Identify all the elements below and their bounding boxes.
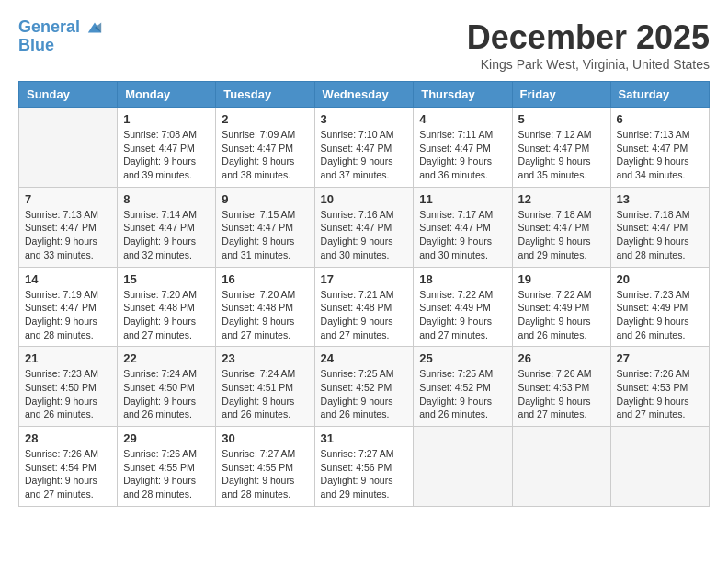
- calendar-cell: 12Sunrise: 7:18 AM Sunset: 4:47 PM Dayli…: [512, 187, 610, 267]
- day-info: Sunrise: 7:20 AM Sunset: 4:48 PM Dayligh…: [123, 288, 210, 342]
- day-number: 1: [123, 112, 210, 126]
- calendar-week-4: 21Sunrise: 7:23 AM Sunset: 4:50 PM Dayli…: [19, 347, 710, 427]
- calendar-cell: [19, 108, 118, 188]
- calendar-week-1: 1Sunrise: 7:08 AM Sunset: 4:47 PM Daylig…: [19, 108, 710, 188]
- day-number: 2: [222, 112, 308, 126]
- calendar-cell: 4Sunrise: 7:11 AM Sunset: 4:47 PM Daylig…: [414, 108, 512, 188]
- day-header-tuesday: Tuesday: [216, 82, 314, 108]
- calendar-week-5: 28Sunrise: 7:26 AM Sunset: 4:54 PM Dayli…: [19, 427, 710, 507]
- day-info: Sunrise: 7:26 AM Sunset: 4:54 PM Dayligh…: [25, 447, 111, 501]
- day-info: Sunrise: 7:26 AM Sunset: 4:55 PM Dayligh…: [123, 447, 210, 501]
- day-number: 11: [419, 192, 506, 206]
- day-info: Sunrise: 7:26 AM Sunset: 4:53 PM Dayligh…: [518, 367, 605, 421]
- day-header-wednesday: Wednesday: [314, 82, 414, 108]
- day-header-sunday: Sunday: [19, 82, 118, 108]
- day-info: Sunrise: 7:12 AM Sunset: 4:47 PM Dayligh…: [518, 128, 605, 182]
- title-area: December 2025 Kings Park West, Virginia,…: [467, 18, 710, 72]
- calendar-cell: 16Sunrise: 7:20 AM Sunset: 4:48 PM Dayli…: [216, 267, 314, 347]
- day-header-friday: Friday: [512, 82, 610, 108]
- day-info: Sunrise: 7:18 AM Sunset: 4:47 PM Dayligh…: [518, 208, 605, 262]
- day-info: Sunrise: 7:23 AM Sunset: 4:50 PM Dayligh…: [25, 367, 111, 421]
- calendar-header-row: SundayMondayTuesdayWednesdayThursdayFrid…: [19, 82, 710, 108]
- day-number: 19: [518, 272, 605, 286]
- calendar-cell: 7Sunrise: 7:13 AM Sunset: 4:47 PM Daylig…: [19, 187, 118, 267]
- day-number: 20: [617, 272, 703, 286]
- day-number: 16: [222, 272, 308, 286]
- day-info: Sunrise: 7:21 AM Sunset: 4:48 PM Dayligh…: [321, 288, 408, 342]
- day-info: Sunrise: 7:25 AM Sunset: 4:52 PM Dayligh…: [321, 367, 408, 421]
- calendar-cell: [414, 427, 512, 507]
- calendar-cell: 18Sunrise: 7:22 AM Sunset: 4:49 PM Dayli…: [414, 267, 512, 347]
- calendar-cell: 10Sunrise: 7:16 AM Sunset: 4:47 PM Dayli…: [314, 187, 414, 267]
- calendar-week-2: 7Sunrise: 7:13 AM Sunset: 4:47 PM Daylig…: [19, 187, 710, 267]
- day-number: 24: [321, 351, 408, 365]
- calendar-cell: 20Sunrise: 7:23 AM Sunset: 4:49 PM Dayli…: [610, 267, 709, 347]
- day-info: Sunrise: 7:23 AM Sunset: 4:49 PM Dayligh…: [617, 288, 703, 342]
- calendar-cell: [610, 427, 709, 507]
- day-info: Sunrise: 7:08 AM Sunset: 4:47 PM Dayligh…: [123, 128, 210, 182]
- calendar-cell: [512, 427, 610, 507]
- day-info: Sunrise: 7:24 AM Sunset: 4:51 PM Dayligh…: [222, 367, 308, 421]
- calendar-cell: 2Sunrise: 7:09 AM Sunset: 4:47 PM Daylig…: [216, 108, 314, 188]
- page-header: General Blue December 2025 Kings Park We…: [18, 18, 710, 72]
- day-info: Sunrise: 7:16 AM Sunset: 4:47 PM Dayligh…: [321, 208, 408, 262]
- calendar-cell: 1Sunrise: 7:08 AM Sunset: 4:47 PM Daylig…: [118, 108, 216, 188]
- day-number: 10: [321, 192, 408, 206]
- day-number: 23: [222, 351, 308, 365]
- day-info: Sunrise: 7:09 AM Sunset: 4:47 PM Dayligh…: [222, 128, 308, 182]
- day-number: 12: [518, 192, 605, 206]
- day-info: Sunrise: 7:25 AM Sunset: 4:52 PM Dayligh…: [419, 367, 506, 421]
- calendar-cell: 25Sunrise: 7:25 AM Sunset: 4:52 PM Dayli…: [414, 347, 512, 427]
- day-number: 13: [617, 192, 703, 206]
- logo-blue: Blue: [18, 37, 103, 55]
- day-info: Sunrise: 7:22 AM Sunset: 4:49 PM Dayligh…: [518, 288, 605, 342]
- day-number: 26: [518, 351, 605, 365]
- day-info: Sunrise: 7:22 AM Sunset: 4:49 PM Dayligh…: [419, 288, 506, 342]
- calendar-cell: 11Sunrise: 7:17 AM Sunset: 4:47 PM Dayli…: [414, 187, 512, 267]
- logo: General Blue: [18, 18, 103, 55]
- day-info: Sunrise: 7:11 AM Sunset: 4:47 PM Dayligh…: [419, 128, 506, 182]
- day-number: 3: [321, 112, 408, 126]
- calendar-cell: 30Sunrise: 7:27 AM Sunset: 4:55 PM Dayli…: [216, 427, 314, 507]
- day-number: 17: [321, 272, 408, 286]
- day-info: Sunrise: 7:27 AM Sunset: 4:55 PM Dayligh…: [222, 447, 308, 501]
- day-header-thursday: Thursday: [414, 82, 512, 108]
- logo-text: General: [18, 18, 103, 37]
- day-number: 6: [617, 112, 703, 126]
- calendar-cell: 8Sunrise: 7:14 AM Sunset: 4:47 PM Daylig…: [118, 187, 216, 267]
- day-info: Sunrise: 7:15 AM Sunset: 4:47 PM Dayligh…: [222, 208, 308, 262]
- calendar-cell: 5Sunrise: 7:12 AM Sunset: 4:47 PM Daylig…: [512, 108, 610, 188]
- day-number: 5: [518, 112, 605, 126]
- calendar-cell: 3Sunrise: 7:10 AM Sunset: 4:47 PM Daylig…: [314, 108, 414, 188]
- calendar-cell: 21Sunrise: 7:23 AM Sunset: 4:50 PM Dayli…: [19, 347, 118, 427]
- day-number: 30: [222, 431, 308, 445]
- calendar-cell: 31Sunrise: 7:27 AM Sunset: 4:56 PM Dayli…: [314, 427, 414, 507]
- day-number: 8: [123, 192, 210, 206]
- month-title: December 2025: [467, 18, 710, 57]
- calendar-cell: 22Sunrise: 7:24 AM Sunset: 4:50 PM Dayli…: [118, 347, 216, 427]
- day-number: 15: [123, 272, 210, 286]
- calendar-cell: 24Sunrise: 7:25 AM Sunset: 4:52 PM Dayli…: [314, 347, 414, 427]
- day-info: Sunrise: 7:13 AM Sunset: 4:47 PM Dayligh…: [25, 208, 111, 262]
- day-info: Sunrise: 7:26 AM Sunset: 4:53 PM Dayligh…: [617, 367, 703, 421]
- calendar-cell: 17Sunrise: 7:21 AM Sunset: 4:48 PM Dayli…: [314, 267, 414, 347]
- day-number: 28: [25, 431, 111, 445]
- calendar-cell: 23Sunrise: 7:24 AM Sunset: 4:51 PM Dayli…: [216, 347, 314, 427]
- calendar-cell: 14Sunrise: 7:19 AM Sunset: 4:47 PM Dayli…: [19, 267, 118, 347]
- day-info: Sunrise: 7:17 AM Sunset: 4:47 PM Dayligh…: [419, 208, 506, 262]
- day-number: 27: [617, 351, 703, 365]
- day-header-monday: Monday: [118, 82, 216, 108]
- calendar-week-3: 14Sunrise: 7:19 AM Sunset: 4:47 PM Dayli…: [19, 267, 710, 347]
- day-number: 31: [321, 431, 408, 445]
- day-number: 29: [123, 431, 210, 445]
- day-number: 9: [222, 192, 308, 206]
- day-number: 7: [25, 192, 111, 206]
- day-number: 25: [419, 351, 506, 365]
- day-info: Sunrise: 7:13 AM Sunset: 4:47 PM Dayligh…: [617, 128, 703, 182]
- day-number: 21: [25, 351, 111, 365]
- calendar-cell: 29Sunrise: 7:26 AM Sunset: 4:55 PM Dayli…: [118, 427, 216, 507]
- day-info: Sunrise: 7:27 AM Sunset: 4:56 PM Dayligh…: [321, 447, 408, 501]
- day-info: Sunrise: 7:10 AM Sunset: 4:47 PM Dayligh…: [321, 128, 408, 182]
- day-number: 14: [25, 272, 111, 286]
- calendar-cell: 28Sunrise: 7:26 AM Sunset: 4:54 PM Dayli…: [19, 427, 118, 507]
